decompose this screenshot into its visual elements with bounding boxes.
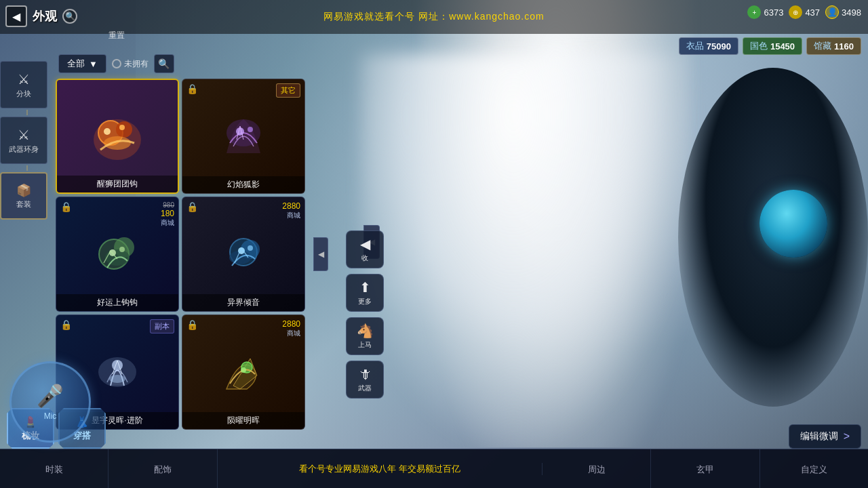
banner-text: 网易游戏就选看个号 网址：www.kangchao.com	[323, 11, 544, 23]
上马-label: 上马	[358, 340, 372, 350]
svg-point-2	[116, 121, 132, 138]
currency-collection: 馆藏 1160	[806, 37, 861, 55]
panel-collapse-btn[interactable]: ◀	[313, 237, 328, 271]
edit-bar[interactable]: 编辑微调 >	[789, 424, 861, 449]
svg-point-18	[248, 245, 253, 251]
page-title: 外观	[33, 8, 57, 24]
svg-point-7	[236, 127, 244, 136]
svg-point-3	[104, 136, 131, 150]
nav-配饰[interactable]: 配饰	[108, 449, 217, 488]
nav-周边-label: 周边	[588, 464, 606, 476]
header-search-icon[interactable]: 🔍	[62, 9, 77, 24]
gems-icon: ⊕	[789, 5, 802, 19]
收-label: 收	[361, 253, 368, 263]
bottom-nav: 时装 配饰 看个号专业网易游戏八年 年交易额过百亿 周边 玄甲 自定义	[0, 449, 868, 488]
更多-icon: ⬆	[359, 279, 371, 296]
mic-label: Mic	[44, 411, 57, 421]
clothing-label: 衣品	[686, 40, 704, 52]
收-icon: ◀	[360, 236, 370, 252]
item-name-6: 陨曜明晖	[182, 412, 304, 429]
nav-item-套装[interactable]: 📦 套装	[0, 172, 47, 220]
nav-item-武器环身[interactable]: ⚔ 武器环身	[0, 117, 47, 164]
svg-point-21	[109, 375, 125, 383]
grid-item-好运上钩钩[interactable]: 🔒 980 180 商城 好运上钩钩	[56, 197, 179, 312]
edit-label: 编辑微调	[800, 430, 838, 443]
svg-point-13	[119, 247, 125, 252]
nav-时装-label: 时装	[45, 464, 63, 476]
nav-玄甲-label: 玄甲	[696, 464, 714, 476]
gems-value: 437	[805, 7, 820, 18]
stat-premium: 👤 3498	[825, 5, 861, 19]
上马-icon: 🐴	[357, 323, 374, 339]
action-btn-更多[interactable]: ⬆ 更多	[346, 274, 384, 312]
right-actions: ◀ 收 ⬆ 更多 🐴 上马 🗡 武器	[346, 230, 384, 399]
更多-label: 更多	[358, 297, 372, 306]
edit-arrow-icon: >	[844, 430, 850, 443]
currency-clothing: 衣品 75090	[679, 37, 738, 55]
nav-玄甲[interactable]: 玄甲	[651, 449, 760, 488]
svg-point-5	[119, 125, 125, 130]
reset-button[interactable]: 重置	[108, 30, 125, 41]
premium-value: 3498	[842, 7, 861, 18]
filter-bar: 全部 ▼ 未拥有 🔍	[56, 54, 368, 73]
nav-divider-1	[26, 110, 28, 115]
nav-divider-2	[26, 165, 28, 171]
mic-icon: 🎤	[37, 383, 64, 409]
radio-button[interactable]	[112, 59, 121, 68]
nav-自定义-label: 自定义	[801, 464, 827, 476]
currency-national: 国色 15450	[743, 37, 802, 55]
top-stats: + 6373 ⊕ 437 👤 3498	[747, 5, 861, 19]
currency-bar: 衣品 75090 国色 15450 馆藏 1160	[679, 37, 861, 55]
武器-icon: 🗡	[358, 367, 372, 382]
武器环身-icon: ⚔	[18, 127, 30, 143]
back-button[interactable]: ◀	[5, 5, 27, 27]
blue-gem	[760, 190, 827, 258]
clothing-value: 75090	[707, 41, 731, 52]
avatar-icon: 👤	[825, 5, 839, 19]
header-row: ◀ 外观 🔍	[5, 5, 77, 27]
item-name-1: 醒狮团团钩	[57, 176, 178, 192]
svg-point-8	[248, 127, 253, 132]
search-button[interactable]: 🔍	[154, 54, 174, 73]
dropdown-label: 全部	[67, 58, 85, 70]
grid-item-醒狮团团钩[interactable]: 醒狮团团钩	[56, 79, 179, 194]
grid-item-陨曜明晖[interactable]: 🔒 2880 商城 陨曜明晖	[182, 314, 305, 430]
collapse-icon: ◀	[318, 249, 324, 259]
ticker-text: 看个号专业网易游戏八年 年交易额过百亿	[299, 463, 460, 475]
nav-label-套装: 套装	[16, 199, 31, 209]
mic-area: 🎤 Mic	[0, 358, 100, 446]
action-btn-收[interactable]: ◀ 收	[346, 230, 384, 268]
svg-point-4	[104, 128, 111, 135]
white-hair-2	[361, 54, 700, 447]
svg-point-23	[241, 367, 246, 373]
item-name-2: 幻焰狐影	[182, 176, 304, 193]
nav-时装[interactable]: 时装	[0, 449, 108, 488]
stat-gems: ⊕ 437	[789, 5, 820, 19]
nav-label-分块: 分块	[16, 89, 31, 99]
grid-item-幻焰狐影[interactable]: 🔒 其它 幻焰狐影	[182, 79, 305, 194]
nav-item-分块[interactable]: ⚔ 分块	[0, 61, 47, 108]
chevron-down-icon: ▼	[89, 59, 98, 69]
stat-coins: + 6373	[747, 5, 783, 19]
action-btn-武器[interactable]: 🗡 武器	[346, 361, 384, 399]
nav-自定义[interactable]: 自定义	[760, 449, 868, 488]
分块-icon: ⚔	[18, 71, 30, 87]
nav-周边[interactable]: 周边	[542, 449, 651, 488]
item-name-3: 好运上钩钩	[56, 294, 178, 311]
collection-value: 1160	[834, 41, 854, 52]
radio-label: 未拥有	[124, 58, 149, 70]
nav-label-武器环身: 武器环身	[9, 144, 39, 155]
unowned-filter[interactable]: 未拥有	[112, 58, 149, 70]
search-icon: 🔍	[158, 58, 170, 69]
action-btn-上马[interactable]: 🐴 上马	[346, 317, 384, 355]
category-dropdown[interactable]: 全部 ▼	[58, 54, 106, 73]
武器-label: 武器	[358, 384, 372, 393]
left-nav: ⚔ 分块 ⚔ 武器环身 📦 套装	[0, 61, 54, 220]
mic-button[interactable]: 🎤 Mic	[9, 361, 91, 443]
coins-value: 6373	[764, 7, 783, 18]
national-label: 国色	[750, 40, 768, 52]
item-name-4: 异界倾音	[182, 294, 304, 311]
collection-label: 馆藏	[814, 40, 831, 52]
grid-item-异界倾音[interactable]: 🔒 2880 商城 异界倾音	[182, 197, 305, 312]
nav-配饰-label: 配饰	[154, 464, 172, 476]
